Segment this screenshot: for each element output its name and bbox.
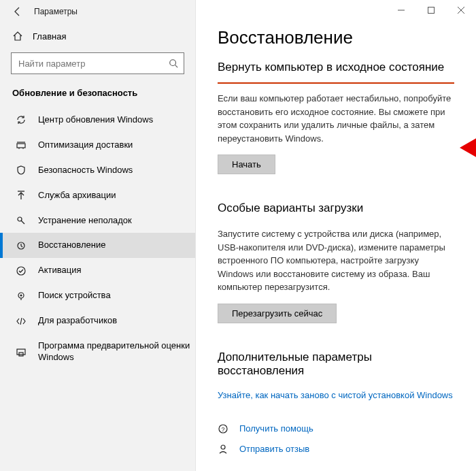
window-title: Параметры [34,7,78,16]
sidebar-item-label: Программа предварительной оценки Windows [38,340,195,363]
sidebar-item-8[interactable]: Для разработчиков [0,308,195,334]
close-button[interactable] [446,0,476,20]
svg-marker-25 [460,137,476,158]
annotation-arrow [460,136,476,159]
svg-line-9 [21,221,24,224]
recovery-icon [15,240,27,251]
restart-now-button[interactable]: Перезагрузить сейчас [218,304,337,323]
sidebar-item-3[interactable]: Служба архивации [0,183,195,208]
back-button[interactable] [12,6,23,17]
minimize-button[interactable] [386,0,416,20]
help-icon: ? [218,423,230,434]
feedback-icon [218,444,230,455]
advanced-startup-heading: Особые варианты загрузки [218,201,454,223]
maximize-button[interactable] [416,0,446,20]
svg-point-0 [170,60,176,66]
svg-rect-19 [428,7,435,14]
home-nav[interactable]: Главная [0,25,195,47]
reset-body: Если ваш компьютер работает нестабильно,… [218,92,454,145]
main-content: Восстановление Вернуть компьютер в исход… [196,0,476,471]
backup-icon [15,190,27,201]
home-label: Главная [33,31,66,42]
troubleshoot-icon [15,215,27,226]
get-help-link[interactable]: ? Получить помощь [218,423,454,434]
sidebar-item-4[interactable]: Устранение неполадок [0,208,195,233]
get-help-label: Получить помощь [239,423,313,434]
find-device-icon [15,291,27,302]
sidebar-item-label: Для разработчиков [38,315,195,327]
activation-icon [15,265,27,276]
sidebar-item-label: Поиск устройства [38,290,195,302]
sidebar-item-0[interactable]: Центр обновления Windows [0,108,195,133]
window-controls [386,0,476,20]
sidebar-item-7[interactable]: Поиск устройства [0,283,195,308]
svg-line-1 [175,65,178,68]
sidebar-item-5[interactable]: Восстановление [0,233,195,258]
sidebar-item-label: Центр обновления Windows [38,114,195,126]
fresh-start-link[interactable]: Узнайте, как начать заново с чистой уста… [218,390,454,400]
shield-icon [15,165,27,176]
svg-rect-16 [17,349,25,355]
footer-links: ? Получить помощь Отправить отзыв [218,423,454,455]
sidebar-item-label: Активация [38,265,195,276]
reset-heading: Вернуть компьютер в исходное состояние [218,61,454,84]
search-icon [163,59,184,68]
sidebar-item-1[interactable]: Оптимизация доставки [0,133,195,158]
sidebar-section-header: Обновление и безопасность [0,82,195,108]
give-feedback-label: Отправить отзыв [239,444,309,454]
advanced-startup-body: Запустите систему с устройства или диска… [218,227,454,294]
search-input[interactable] [12,59,163,69]
sidebar-item-label: Устранение неполадок [38,215,195,227]
svg-rect-2 [17,144,25,148]
sidebar-item-label: Оптимизация доставки [38,140,195,151]
sidebar-item-2[interactable]: Безопасность Windows [0,158,195,183]
reset-start-button[interactable]: Начать [218,155,275,174]
svg-point-24 [221,445,225,449]
svg-line-15 [20,318,22,325]
svg-point-13 [20,294,22,296]
sidebar-item-label: Восстановление [38,240,195,251]
sidebar: Параметры Главная Обновление и безопасно… [0,0,196,471]
sidebar-item-label: Безопасность Windows [38,165,195,176]
nav-list: Центр обновления WindowsОптимизация дост… [0,108,195,370]
svg-text:?: ? [221,426,224,433]
sidebar-item-9[interactable]: Программа предварительной оценки Windows [0,334,195,370]
svg-point-11 [17,267,25,275]
developer-icon [15,316,27,327]
more-recovery-heading: Дополнительные параметры восстановления [218,351,454,386]
delivery-icon [15,140,27,150]
sidebar-item-label: Служба архивации [38,190,195,201]
insider-icon [15,346,27,357]
sync-icon [15,114,27,125]
give-feedback-link[interactable]: Отправить отзыв [218,444,454,455]
search-box[interactable] [11,52,184,74]
sidebar-item-6[interactable]: Активация [0,258,195,283]
titlebar: Параметры [0,0,195,25]
home-icon [12,31,23,42]
